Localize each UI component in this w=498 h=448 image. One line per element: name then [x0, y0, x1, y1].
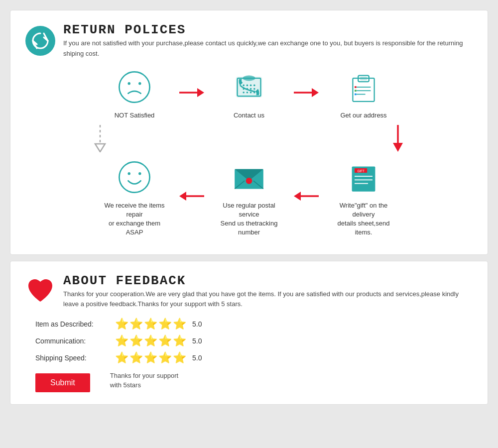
star-5: ⭐ [173, 318, 186, 331]
svg-point-11 [247, 88, 249, 90]
arrow-left-2 [294, 189, 319, 205]
star-1: ⭐ [115, 335, 128, 347]
dotted-down-arrow [65, 125, 135, 152]
svg-point-41 [246, 178, 252, 184]
svg-text:GIFT: GIFT [357, 169, 364, 173]
middle-arrows-row [25, 125, 473, 152]
gift-sheet-icon: GIFT [346, 159, 381, 195]
return-header: RETURN POLICES If you are not satisfied … [25, 22, 473, 59]
return-icon [25, 26, 55, 56]
svg-point-9 [253, 84, 255, 86]
clipboard-icon [346, 69, 381, 105]
flow-postal-service: Use regular postal serviceSend us thetra… [214, 157, 284, 237]
star-1: ⭐ [115, 318, 128, 331]
flow-row-2: We receive the items repairor exchange t… [25, 157, 473, 237]
svg-rect-24 [360, 77, 367, 80]
svg-point-2 [138, 82, 141, 85]
svg-point-0 [119, 72, 149, 102]
star-4: ⭐ [158, 318, 172, 331]
receive-exchange-label: We receive the items repairor exchange t… [100, 201, 169, 237]
feedback-title: ABOUT FEEDBACK [63, 273, 473, 288]
svg-point-12 [250, 88, 252, 90]
support-text: Thanks for your supportwith 5stars [110, 371, 178, 390]
write-gift-label: Write"gift" on the deliverydetails sheet… [329, 201, 398, 237]
star-5: ⭐ [173, 351, 186, 364]
flow-get-address: Get our address [329, 67, 398, 120]
star-5: ⭐ [173, 335, 186, 347]
rating-label-item: Item as Described: [35, 320, 115, 328]
svg-point-13 [253, 88, 255, 90]
svg-point-10 [243, 88, 245, 90]
rating-row-item-described: Item as Described: ⭐ ⭐ ⭐ ⭐ ⭐ 5.0 [35, 318, 473, 331]
svg-marker-34 [393, 143, 403, 152]
phone-icon-wrap [229, 67, 269, 107]
flow-not-satisfied: NOT Satisfied [100, 67, 169, 120]
rating-value-shipping: 5.0 [192, 354, 202, 362]
svg-point-17 [253, 92, 255, 94]
feedback-header-text: ABOUT FEEDBACK Thanks for your cooperati… [63, 273, 473, 310]
svg-point-16 [250, 92, 252, 94]
svg-point-15 [247, 92, 249, 94]
exchange-icon [31, 31, 50, 50]
solid-down-arrow [363, 125, 433, 152]
return-description: If you are not satisfied with your purch… [63, 38, 473, 59]
heart-icon-wrap [25, 276, 55, 306]
star-3: ⭐ [144, 351, 157, 364]
smile-icon-wrap [115, 157, 154, 197]
frown-face-icon [117, 69, 152, 105]
return-title: RETURN POLICES [63, 22, 473, 37]
star-3: ⭐ [144, 318, 157, 331]
svg-marker-4 [197, 88, 204, 97]
svg-point-35 [119, 162, 149, 192]
star-4: ⭐ [158, 351, 172, 364]
rating-label-shipping: Shipping Speed: [35, 354, 115, 362]
star-2: ⭐ [129, 335, 143, 347]
rating-value-comm: 5.0 [192, 337, 202, 345]
star-3: ⭐ [144, 335, 157, 347]
not-satisfied-label: NOT Satisfied [115, 111, 155, 120]
star-4: ⭐ [158, 335, 172, 347]
feedback-header: ABOUT FEEDBACK Thanks for your cooperati… [25, 273, 473, 310]
smile-face-icon [117, 159, 152, 195]
rating-label-comm: Communication: [35, 337, 115, 345]
flow-receive-exchange: We receive the items repairor exchange t… [100, 157, 169, 237]
svg-marker-32 [95, 144, 105, 152]
svg-point-36 [128, 172, 130, 175]
svg-point-1 [128, 82, 130, 85]
phone-icon [231, 69, 267, 105]
svg-point-6 [243, 84, 245, 86]
rating-row-shipping: Shipping Speed: ⭐ ⭐ ⭐ ⭐ ⭐ 5.0 [35, 351, 473, 364]
flow-row-1: NOT Satisfied [25, 67, 473, 120]
envelope-icon-wrap [229, 157, 269, 197]
svg-marker-39 [179, 192, 186, 201]
rating-row-communication: Communication: ⭐ ⭐ ⭐ ⭐ ⭐ 5.0 [35, 335, 473, 347]
svg-rect-29 [355, 90, 357, 92]
submit-row: Submit Thanks for your supportwith 5star… [25, 368, 473, 392]
postal-service-label: Use regular postal serviceSend us thetra… [214, 201, 284, 237]
svg-point-8 [250, 84, 252, 86]
gift-icon-wrap: GIFT [344, 157, 383, 197]
star-2: ⭐ [129, 318, 143, 331]
stars-item-described: ⭐ ⭐ ⭐ ⭐ ⭐ [115, 318, 186, 331]
envelope-icon [231, 159, 267, 195]
svg-point-7 [247, 84, 249, 86]
return-header-text: RETURN POLICES If you are not satisfied … [63, 22, 473, 59]
submit-button[interactable]: Submit [35, 373, 90, 392]
star-2: ⭐ [129, 351, 143, 364]
feedback-card: ABOUT FEEDBACK Thanks for your cooperati… [10, 261, 488, 405]
ratings-container: Item as Described: ⭐ ⭐ ⭐ ⭐ ⭐ 5.0 Communi… [25, 318, 473, 364]
heart-icon [26, 277, 55, 306]
svg-marker-21 [312, 88, 319, 97]
contact-us-label: Contact us [234, 111, 264, 120]
star-1: ⭐ [115, 351, 128, 364]
stars-communication: ⭐ ⭐ ⭐ ⭐ ⭐ [115, 335, 186, 347]
frown-icon-wrap [115, 67, 154, 107]
rating-value-item: 5.0 [192, 320, 202, 328]
feedback-description: Thanks for your cooperation.We are very … [63, 289, 473, 310]
stars-shipping: ⭐ ⭐ ⭐ ⭐ ⭐ [115, 351, 186, 364]
svg-rect-28 [355, 86, 357, 88]
svg-marker-45 [294, 192, 301, 201]
arrow-left-1 [179, 189, 204, 205]
svg-point-19 [243, 75, 255, 81]
flow-write-gift: GIFT Write"gift" on the deliverydetails … [329, 157, 398, 237]
